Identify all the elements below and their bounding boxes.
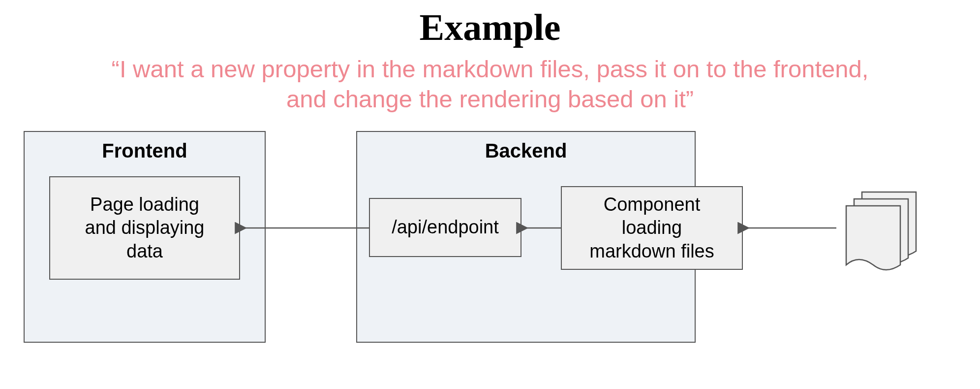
group-backend-label: Backend [357,140,695,162]
node-page-text: Page loading and displaying data [85,193,205,263]
node-page-loading: Page loading and displaying data [49,176,240,280]
node-api-text: /api/endpoint [392,216,499,239]
node-api-endpoint: /api/endpoint [369,198,521,257]
group-frontend-label: Frontend [25,140,265,162]
diagram-title: Example [0,6,980,49]
diagram-canvas: Example “I want a new property in the ma… [0,0,980,389]
files-icon [846,192,916,270]
subtitle-line-1: “I want a new property in the markdown f… [112,56,869,82]
diagram-subtitle: “I want a new property in the markdown f… [0,54,980,115]
node-component-text: Component loading markdown files [589,193,714,263]
node-component-loading: Component loading markdown files [561,186,743,270]
subtitle-line-2: and change the rendering based on it” [286,86,694,112]
